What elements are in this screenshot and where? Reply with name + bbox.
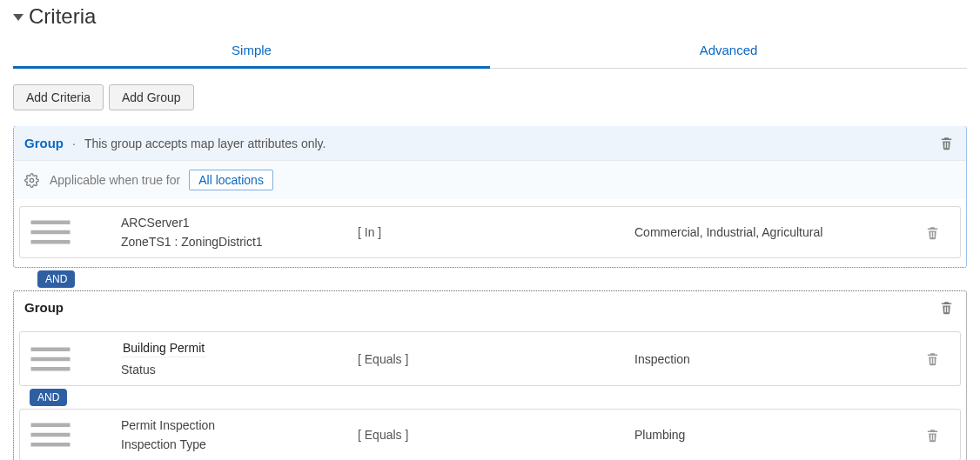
field-name: ZoneTS1 : ZoningDistrict1 (121, 235, 351, 249)
applicable-row: Applicable when true for All locations (14, 160, 966, 199)
criteria-row[interactable]: ARCServer1 ZoneTS1 : ZoningDistrict1 [ I… (19, 206, 961, 258)
page-title: Criteria (29, 4, 96, 29)
logic-operator-toggle[interactable]: AND (37, 270, 75, 288)
row-actions (911, 425, 953, 445)
trash-icon (925, 427, 940, 443)
trash-icon (939, 299, 954, 316)
tab-simple[interactable]: Simple (13, 34, 490, 69)
criteria-group-1[interactable]: Group · This group accepts map layer att… (13, 126, 967, 268)
delete-group-button[interactable] (937, 133, 956, 153)
trash-icon (939, 135, 954, 151)
delete-criteria-button[interactable] (923, 349, 942, 369)
field-column: ARCServer1 ZoneTS1 : ZoningDistrict1 (81, 216, 351, 249)
criteria-value[interactable]: Inspection (634, 352, 904, 366)
criteria-group-2[interactable]: Group Building Permit Status [ Equals ] … (13, 290, 967, 460)
svg-point-0 (30, 178, 33, 182)
drag-icon (27, 217, 74, 248)
separator-dot-icon: · (72, 137, 76, 150)
group-label[interactable]: Group (24, 300, 64, 315)
trash-icon (925, 350, 940, 367)
delete-criteria-button[interactable] (923, 425, 942, 445)
field-name: Status (121, 363, 351, 377)
drag-icon (27, 419, 74, 450)
toolbar: Add Criteria Add Group (13, 84, 967, 110)
delete-criteria-button[interactable] (923, 223, 942, 243)
field-column: Permit Inspection Inspection Type (81, 418, 351, 451)
trash-icon (925, 224, 940, 241)
criteria-row[interactable]: Permit Inspection Inspection Type [ Equa… (19, 409, 961, 460)
operator[interactable]: [ Equals ] (358, 428, 628, 442)
rule-connector: AND (30, 386, 961, 409)
field-source: Permit Inspection (121, 418, 351, 432)
field-column: Building Permit Status (81, 341, 351, 377)
gear-icon[interactable] (23, 171, 41, 190)
operator[interactable]: [ In ] (358, 225, 628, 239)
group-connector: AND (37, 268, 967, 290)
logic-operator-toggle[interactable]: AND (30, 389, 67, 406)
collapse-toggle-icon[interactable] (13, 14, 23, 21)
group-header: Group (14, 290, 966, 324)
criteria-row[interactable]: Building Permit Status [ Equals ] Inspec… (19, 331, 961, 386)
tabs-bar: Simple Advanced (13, 34, 967, 69)
record-type-label: Building Permit (121, 341, 206, 357)
applicable-label: Applicable when true for (50, 173, 180, 187)
field-name: Inspection Type (121, 437, 351, 451)
criteria-header: Criteria (13, 4, 967, 29)
group-description: This group accepts map layer attributes … (84, 137, 326, 150)
row-actions (911, 349, 953, 369)
drag-icon (27, 343, 74, 375)
delete-group-button[interactable] (937, 297, 956, 317)
tab-advanced[interactable]: Advanced (490, 34, 967, 69)
field-source: ARCServer1 (121, 216, 351, 230)
drag-handle[interactable] (27, 419, 74, 450)
row-actions (911, 223, 953, 243)
gear-icon-svg (24, 173, 39, 188)
field-source: Building Permit (121, 341, 351, 357)
drag-handle[interactable] (27, 343, 74, 375)
group-label[interactable]: Group (24, 136, 64, 150)
applicable-location-select[interactable]: All locations (189, 170, 273, 190)
add-criteria-button[interactable]: Add Criteria (13, 84, 104, 110)
operator[interactable]: [ Equals ] (358, 352, 628, 366)
add-group-button[interactable]: Add Group (109, 84, 194, 110)
group-header: Group · This group accepts map layer att… (14, 126, 966, 160)
criteria-value[interactable]: Commercial, Industrial, Agricultural (634, 225, 904, 239)
drag-handle[interactable] (27, 217, 74, 248)
criteria-value[interactable]: Plumbing (634, 428, 904, 442)
